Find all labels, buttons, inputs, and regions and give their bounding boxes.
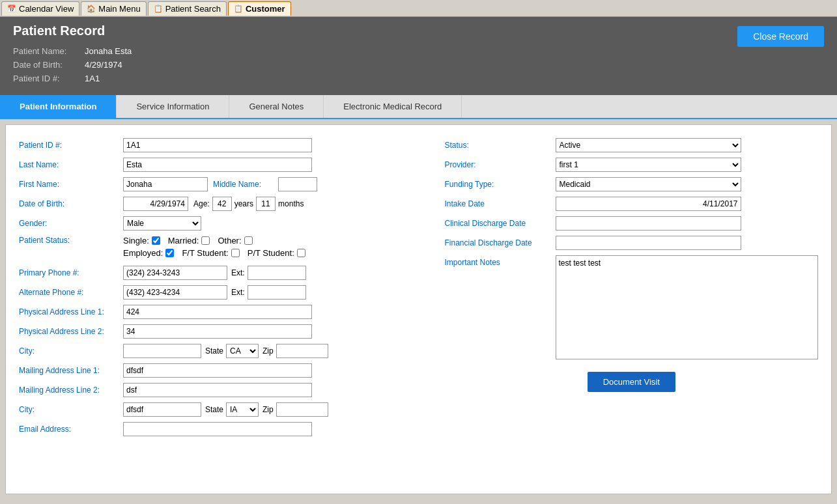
customer-icon: 📋 <box>234 5 243 13</box>
years-label: years <box>234 199 253 208</box>
financial-discharge-row: Financial Discharge Date <box>445 236 819 250</box>
phys-addr2-input[interactable] <box>123 324 312 339</box>
tab-calendar-view[interactable]: 📅 Calendar View <box>1 1 79 16</box>
pt-student-checkbox[interactable] <box>297 249 305 257</box>
married-label: Married: <box>168 236 199 245</box>
tab-customer[interactable]: 📋 Customer <box>228 1 291 16</box>
first-name-row: First Name: Middle Name: <box>19 177 406 191</box>
mail-addr2-label: Mailing Address Line 2: <box>19 385 123 395</box>
phys-city-row: City: State CAIANYTX Zip <box>19 344 406 358</box>
employed-check-group: Employed: <box>123 248 174 258</box>
employed-checkbox[interactable] <box>165 249 174 257</box>
mail-addr1-input[interactable] <box>123 363 312 378</box>
close-record-button[interactable]: Close Record <box>737 26 824 47</box>
primary-phone-input[interactable] <box>123 266 227 280</box>
age-months-input[interactable] <box>256 197 276 211</box>
last-name-input[interactable] <box>123 158 312 172</box>
tab-service-information[interactable]: Service Information <box>117 95 229 118</box>
mail-city-row: City: State CAIANYTX Zip <box>19 402 406 417</box>
alternate-phone-input[interactable] <box>123 285 227 300</box>
header-info: Patient Record Patient Name: Jonaha Esta… <box>13 23 132 87</box>
funding-type-row: Funding Type: Medicaid Medicare Self Pay <box>445 177 819 191</box>
clinical-discharge-label: Clinical Discharge Date <box>445 219 556 228</box>
primary-ext-label: Ext: <box>231 268 245 277</box>
first-name-label: First Name: <box>19 180 123 189</box>
tab-patient-search-label: Patient Search <box>165 4 221 14</box>
last-name-row: Last Name: <box>19 158 406 172</box>
dob-input[interactable] <box>123 197 188 211</box>
gender-label: Gender: <box>19 219 123 228</box>
patient-status-checkboxes: Single: Married: Other: <box>123 236 313 260</box>
status-row-2: Employed: F/T Student: P/T Student: <box>123 248 313 258</box>
intake-date-input[interactable] <box>556 197 741 211</box>
primary-phone-label: Primary Phone #: <box>19 268 123 277</box>
phys-addr1-row: Physical Address Line 1: <box>19 305 406 319</box>
document-visit-button[interactable]: Document Visit <box>588 372 675 392</box>
tab-electronic-medical-record[interactable]: Electronic Medical Record <box>324 95 462 118</box>
page-title: Patient Record <box>13 23 132 38</box>
tab-main-menu[interactable]: 🏠 Main Menu <box>81 1 146 16</box>
dob-label: Date of Birth: <box>13 60 85 70</box>
form-grid: Patient ID #: Last Name: First Name: Mid… <box>19 138 818 441</box>
mail-state-select[interactable]: CAIANYTX <box>226 402 259 417</box>
first-name-input[interactable] <box>123 177 208 191</box>
mail-zip-label: Zip <box>262 405 274 414</box>
mail-zip-input[interactable] <box>276 402 328 417</box>
mail-addr1-label: Mailing Address Line 1: <box>19 366 123 375</box>
phys-city-input[interactable] <box>123 344 201 358</box>
phys-zip-input[interactable] <box>276 344 328 358</box>
alternate-ext-input[interactable] <box>248 285 306 300</box>
email-label: Email Address: <box>19 425 123 434</box>
email-input[interactable] <box>123 422 312 436</box>
financial-discharge-input[interactable] <box>556 236 741 250</box>
status-row-field: Status: Active Inactive <box>445 138 819 152</box>
clinical-discharge-input[interactable] <box>556 216 741 231</box>
patient-id-header-field: Patient ID #: 1A1 <box>13 74 132 83</box>
phys-city-label: City: <box>19 346 123 356</box>
tab-patient-search[interactable]: 📋 Patient Search <box>148 1 227 16</box>
employed-label: Employed: <box>123 248 163 258</box>
patient-name-value: Jonaha Esta <box>85 46 132 56</box>
patient-status-label: Patient Status: <box>19 236 123 245</box>
section-tab-bar: Patient Information Service Information … <box>0 95 837 119</box>
middle-name-input[interactable] <box>278 177 317 191</box>
phys-state-label: State <box>205 346 223 356</box>
phys-addr1-input[interactable] <box>123 305 312 319</box>
pt-student-check-group: P/T Student: <box>248 248 305 258</box>
tab-calendar-label: Calendar View <box>19 4 74 14</box>
content-area: Patient ID #: Last Name: First Name: Mid… <box>5 124 832 494</box>
other-checkbox[interactable] <box>244 236 253 245</box>
age-years-input[interactable] <box>212 197 232 211</box>
alternate-phone-label: Alternate Phone #: <box>19 288 123 297</box>
status-select[interactable]: Active Inactive <box>556 138 741 152</box>
tab-bar: 📅 Calendar View 🏠 Main Menu 📋 Patient Se… <box>0 0 837 17</box>
tab-patient-information[interactable]: Patient Information <box>0 95 117 118</box>
pt-student-label: P/T Student: <box>248 248 294 258</box>
important-notes-label: Important Notes <box>445 255 556 267</box>
age-label: Age: <box>193 199 210 208</box>
married-checkbox[interactable] <box>201 236 210 245</box>
phys-addr2-label: Physical Address Line 2: <box>19 327 123 336</box>
provider-select[interactable]: first 1 <box>556 158 741 172</box>
patient-id-label: Patient ID #: <box>19 141 123 150</box>
dob-field: Date of Birth: 4/29/1974 <box>13 60 132 70</box>
phys-state-select[interactable]: CAIANYTX <box>226 344 259 358</box>
tab-general-notes[interactable]: General Notes <box>229 95 324 118</box>
mail-addr2-input[interactable] <box>123 383 312 397</box>
gender-select[interactable]: Male Female Other <box>123 216 201 231</box>
mail-city-input[interactable] <box>123 402 201 417</box>
married-check-group: Married: <box>168 236 210 245</box>
patient-id-row: Patient ID #: <box>19 138 406 152</box>
other-check-group: Other: <box>218 236 252 245</box>
important-notes-textarea[interactable]: test test test <box>556 255 819 359</box>
ft-student-check-group: F/T Student: <box>182 248 239 258</box>
single-checkbox[interactable] <box>152 236 160 245</box>
notes-area-container: test test test <box>556 255 819 361</box>
patient-id-input[interactable] <box>123 138 312 152</box>
primary-ext-input[interactable] <box>248 266 306 280</box>
other-label: Other: <box>218 236 241 245</box>
funding-type-select[interactable]: Medicaid Medicare Self Pay <box>556 177 741 191</box>
tab-main-menu-label: Main Menu <box>98 4 140 14</box>
ft-student-checkbox[interactable] <box>231 249 240 257</box>
patient-id-header-label: Patient ID #: <box>13 74 85 83</box>
